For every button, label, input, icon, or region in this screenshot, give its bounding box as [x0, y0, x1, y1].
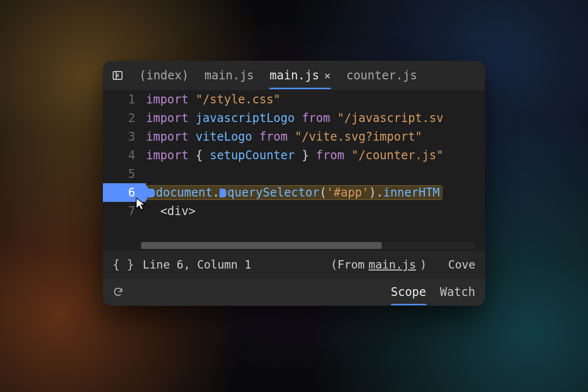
line-number[interactable]: 6 [103, 183, 146, 202]
code-line[interactable]: 4import { setupCounter } from "/counter.… [103, 146, 485, 165]
tab-label: main.js [270, 69, 319, 82]
tab-label: Scope [391, 285, 426, 299]
code-line[interactable]: 7 <div> [103, 202, 485, 220]
tab-label: counter.js [346, 69, 417, 82]
cursor-position: Line 6, Column 1 [143, 258, 251, 271]
code-content[interactable]: <div> [146, 202, 196, 220]
tab-label: main.js [204, 69, 254, 82]
from-prefix: (From [331, 258, 365, 271]
tab-scope[interactable]: Scope [391, 279, 426, 305]
line-number[interactable]: 3 [103, 127, 146, 146]
refresh-icon[interactable] [113, 287, 123, 297]
line-number[interactable]: 1 [103, 90, 146, 109]
editor-tabbar: (index) main.js main.js × counter.js [103, 61, 485, 90]
code-content[interactable]: import "/style.css" [146, 90, 281, 109]
line-number[interactable]: 4 [103, 146, 146, 165]
code-content[interactable]: import viteLogo from "/vite.svg?import" [146, 127, 422, 146]
code-line[interactable]: 1import "/style.css" [103, 90, 485, 109]
close-tab-icon[interactable]: × [324, 70, 330, 82]
horizontal-scrollbar[interactable] [141, 242, 475, 249]
line-number[interactable]: 7 [103, 202, 146, 220]
code-line[interactable]: 6document.querySelector('#app').innerHTM [103, 183, 485, 202]
from-suffix: ) [420, 258, 427, 271]
tab-watch[interactable]: Watch [440, 279, 475, 305]
code-line[interactable]: 2import javascriptLogo from "/javascript… [103, 109, 485, 127]
editor-statusbar: { } Line 6, Column 1 (From main.js) Cove [103, 251, 485, 278]
tab-index[interactable]: (index) [139, 62, 189, 89]
pretty-print-icon[interactable]: { } [113, 258, 134, 271]
line-number[interactable]: 2 [103, 109, 146, 127]
code-content[interactable]: import javascriptLogo from "/javascript.… [146, 109, 443, 127]
coverage-label[interactable]: Cove [448, 258, 475, 271]
line-number[interactable]: 5 [103, 165, 146, 183]
tab-counterjs[interactable]: counter.js [346, 62, 417, 89]
tab-mainjs-2[interactable]: main.js × [270, 62, 330, 89]
tab-label: Watch [440, 285, 475, 299]
from-file-link[interactable]: main.js [368, 258, 416, 271]
code-content[interactable]: import { setupCounter } from "/counter.j… [146, 146, 443, 165]
code-content[interactable]: document.querySelector('#app').innerHTM [146, 183, 442, 202]
scrollbar-thumb[interactable] [141, 242, 382, 249]
code-line[interactable]: 3import viteLogo from "/vite.svg?import" [103, 127, 485, 146]
debugger-tabbar: Scope Watch [103, 278, 485, 306]
code-editor[interactable]: 1import "/style.css"2import javascriptLo… [103, 90, 485, 251]
tab-mainjs-1[interactable]: main.js [204, 62, 254, 89]
devtools-sources-panel: (index) main.js main.js × counter.js 1im… [103, 61, 485, 306]
code-line[interactable]: 5 [103, 165, 485, 183]
toggle-navigator-icon[interactable] [112, 70, 123, 81]
tab-label: (index) [139, 69, 189, 82]
